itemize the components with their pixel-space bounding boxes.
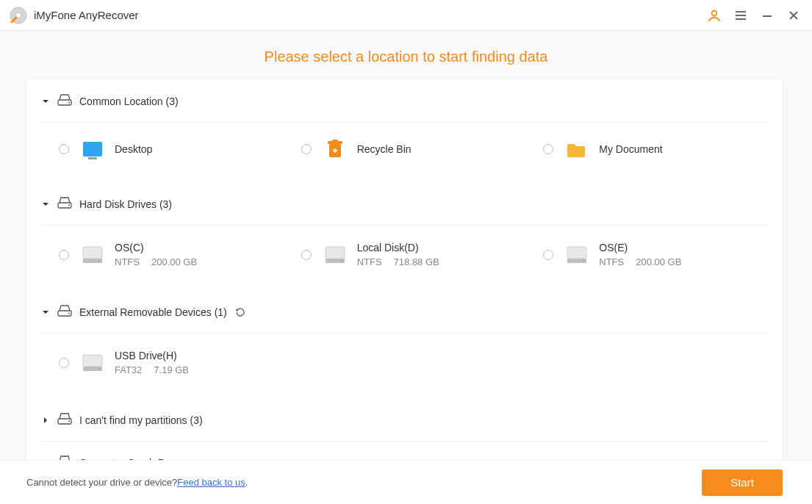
section-header[interactable]: External Removable Devices (1) [41,291,768,334]
close-button[interactable] [784,6,803,25]
drive-header-icon [57,94,72,108]
svg-rect-13 [326,247,345,259]
location-item-ose[interactable]: OS(E)NTFS200.00 GB [525,233,768,276]
section-title: I can't find my partitions (3) [79,414,203,426]
radio-osc[interactable] [59,250,69,260]
section-header[interactable]: Computer Crash Recovery [41,442,768,460]
location-item-desktop[interactable]: Desktop [41,130,284,168]
start-button[interactable]: Start [702,469,783,496]
svg-point-12 [98,260,100,262]
item-subtitle: NTFS200.00 GB [115,256,197,267]
chevron-down-icon [41,460,50,461]
radio-desktop[interactable] [59,144,69,154]
section-header[interactable]: Common Location (3) [41,80,768,123]
location-list: Common Location (3)DesktopRecycle BinMy … [26,80,783,460]
drive-icon [325,245,345,265]
svg-point-25 [68,421,70,422]
section-header[interactable]: I can't find my partitions (3) [41,399,768,442]
page-title: Please select a location to start findin… [0,48,812,65]
drive-icon [82,245,103,265]
svg-point-2 [712,10,717,15]
svg-point-20 [68,313,70,314]
item-label: Local Disk(D) [357,242,439,253]
account-icon[interactable] [705,6,724,25]
item-label: OS(E) [599,242,681,253]
footer: Cannot detect your drive or device? Feed… [0,460,812,504]
minimize-button[interactable] [758,6,777,25]
radio-usbH[interactable] [59,358,69,368]
app-title: iMyFone AnyRecover [34,9,139,21]
svg-point-9 [68,205,70,206]
drive-header-icon [57,456,72,460]
bin-icon [325,139,345,159]
page-header: Please select a location to start findin… [0,31,812,80]
drive-icon [82,353,103,373]
radio-mydoc[interactable] [543,144,553,154]
chevron-down-icon [41,201,50,207]
location-item-usbH[interactable]: USB Drive(H)FAT327.19 GB [41,341,284,384]
chevron-down-icon [41,98,50,104]
titlebar: iMyFone AnyRecover [0,0,812,31]
item-subtitle: FAT327.19 GB [115,364,189,375]
svg-point-15 [341,260,342,262]
item-label: USB Drive(H) [115,350,189,361]
item-subtitle: NTFS200.00 GB [599,256,681,267]
item-label: My Document [599,143,662,155]
feedback-link[interactable]: Feed back to us [177,477,245,488]
section-title: Hard Disk Drives (3) [79,198,172,210]
svg-rect-16 [567,247,586,259]
section-title: Computer Crash Recovery [79,457,201,461]
location-item-recycle[interactable]: Recycle Bin [284,130,526,168]
section-title: Common Location (3) [79,96,179,107]
footer-text: Cannot detect your drive or device? [26,477,177,488]
svg-point-23 [98,368,100,370]
svg-point-4 [68,102,70,104]
item-subtitle: NTFS718.88 GB [357,256,439,267]
location-item-mydoc[interactable]: My Document [525,130,768,168]
location-item-osc[interactable]: OS(C)NTFS200.00 GB [41,233,284,276]
drive-header-icon [57,413,72,427]
location-item-localD[interactable]: Local Disk(D)NTFS718.88 GB [284,233,526,276]
radio-ose[interactable] [543,250,553,260]
folder-icon [567,139,587,159]
chevron-right-icon [41,417,50,424]
section-header[interactable]: Hard Disk Drives (3) [41,183,768,226]
section-title: External Removable Devices (1) [79,306,227,318]
item-label: OS(C) [115,242,197,253]
drive-header-icon [57,305,72,319]
drive-header-icon [57,197,72,211]
svg-point-18 [583,260,584,262]
app-logo-icon [9,6,28,25]
svg-rect-10 [83,247,102,259]
radio-recycle[interactable] [301,144,312,154]
desktop-icon [82,139,103,159]
item-label: Desktop [115,143,152,155]
drive-icon [567,245,587,265]
radio-localD[interactable] [301,250,312,260]
svg-rect-7 [332,140,338,142]
item-label: Recycle Bin [357,143,412,155]
refresh-icon[interactable] [234,306,246,318]
svg-rect-21 [83,355,102,367]
chevron-down-icon [41,309,50,315]
menu-icon[interactable] [731,6,750,25]
